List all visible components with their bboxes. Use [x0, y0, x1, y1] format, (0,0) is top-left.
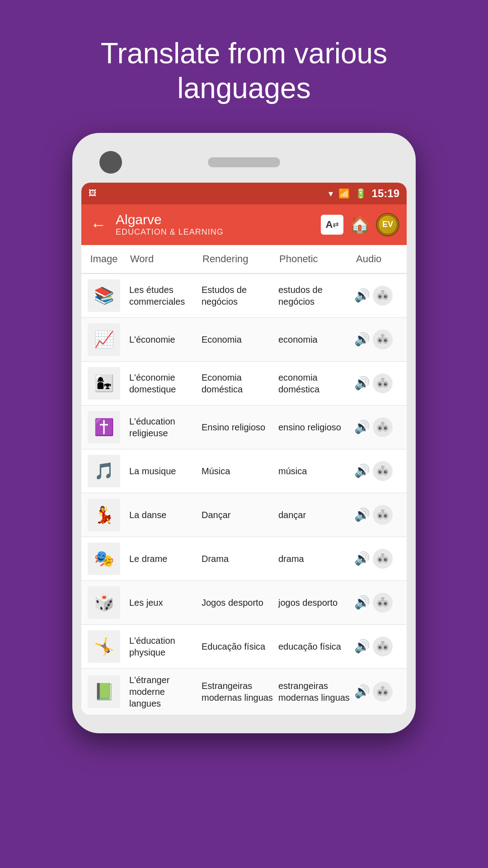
audio-speaker-button[interactable]: 🔊	[354, 420, 370, 434]
home-button[interactable]: 🏠	[348, 213, 371, 236]
owl-button[interactable]	[373, 682, 393, 702]
col-header-audio: Audio	[352, 250, 407, 269]
svg-point-77	[385, 603, 386, 604]
cell-phonetic: economia	[276, 332, 352, 347]
table-row: ✝️ L'éducation religieuse Ensino religio…	[81, 406, 407, 449]
owl-button[interactable]	[373, 373, 393, 393]
svg-point-56	[380, 515, 381, 516]
cell-rendering: Educação física	[199, 639, 276, 654]
cell-phonetic: drama	[276, 551, 352, 566]
svg-point-36	[380, 427, 381, 428]
cell-rendering: Economia doméstica	[199, 370, 276, 397]
table-row: 📗 L'étranger moderne langues Estrangeira…	[81, 669, 407, 715]
owl-icon	[375, 552, 390, 565]
cell-audio: 🔊	[352, 372, 407, 395]
cell-word: Les jeux	[127, 595, 199, 610]
row-image: 🤸	[88, 630, 120, 663]
row-image: 📗	[88, 675, 120, 708]
cell-phonetic: jogos desporto	[276, 595, 352, 610]
cell-word: La musique	[127, 463, 199, 479]
audio-speaker-button[interactable]: 🔊	[354, 507, 370, 522]
cell-audio: 🔊	[352, 328, 407, 351]
ev-label: EV	[382, 220, 393, 229]
cell-image: 💃	[81, 497, 127, 533]
cell-phonetic: estudos de negócios	[276, 282, 352, 309]
owl-button[interactable]	[373, 286, 393, 306]
owl-button[interactable]	[373, 637, 393, 656]
row-image: 🎲	[88, 586, 120, 619]
table-header: Image Word Rendering Phonetic Audio	[81, 245, 407, 274]
owl-button[interactable]	[373, 417, 393, 437]
owl-icon	[375, 640, 390, 653]
row-image: 🎭	[88, 542, 120, 575]
svg-point-6	[380, 296, 381, 297]
cell-phonetic: dançar	[276, 507, 352, 523]
ev-badge[interactable]: EV	[376, 213, 399, 236]
owl-button[interactable]	[373, 593, 393, 613]
audio-speaker-button[interactable]: 🔊	[354, 376, 370, 391]
owl-button[interactable]	[373, 505, 393, 525]
svg-rect-59	[381, 509, 385, 512]
col-header-word: Word	[127, 250, 199, 269]
cell-audio: 🔊	[352, 635, 407, 658]
signal-icon: 📶	[338, 188, 350, 199]
cell-image: 👩‍👧	[81, 365, 127, 401]
cell-image: 📗	[81, 674, 127, 710]
owl-button[interactable]	[373, 549, 393, 569]
table-row: 🎭 Le drame Drama drama 🔊	[81, 537, 407, 581]
svg-point-16	[380, 340, 381, 340]
cell-image: 🎲	[81, 585, 127, 621]
cell-word: L'éducation religieuse	[127, 414, 199, 441]
svg-point-17	[385, 340, 386, 340]
owl-button[interactable]	[373, 461, 393, 481]
audio-speaker-button[interactable]: 🔊	[354, 639, 370, 654]
status-left: 🖼	[89, 189, 97, 198]
cell-rendering: Jogos desporto	[199, 595, 276, 610]
owl-icon	[375, 509, 390, 521]
svg-point-66	[380, 559, 381, 560]
cell-phonetic: economia doméstica	[276, 370, 352, 397]
cell-rendering: Música	[199, 463, 276, 479]
cell-word: Les études commerciales	[127, 282, 199, 309]
cell-image: ✝️	[81, 409, 127, 445]
ev-badge-inner: EV	[378, 215, 398, 235]
phone-notch	[81, 146, 407, 183]
owl-icon	[375, 421, 390, 434]
cell-word: L'économie domestique	[127, 370, 199, 397]
row-image: 📈	[88, 323, 120, 356]
app-bar: ← Algarve EDUCATION & LEARNING A ⇄ 🏠 EV	[81, 204, 407, 245]
cell-rendering: Estudos de negócios	[199, 282, 276, 309]
col-header-rendering: Rendering	[199, 250, 276, 269]
cell-audio: 🔊	[352, 591, 407, 614]
svg-point-96	[380, 692, 381, 693]
cell-rendering: Ensino religioso	[199, 420, 276, 435]
table-row: 📚 Les études commerciales Estudos de neg…	[81, 274, 407, 318]
cell-image: 📈	[81, 321, 127, 358]
status-image-icon: 🖼	[89, 189, 97, 198]
svg-rect-39	[381, 422, 385, 424]
col-header-phonetic: Phonetic	[276, 250, 352, 269]
owl-icon	[375, 333, 390, 346]
phone-camera	[99, 151, 122, 174]
status-time: 15:19	[372, 187, 399, 200]
cell-word: L'économie	[127, 332, 199, 347]
owl-button[interactable]	[373, 330, 393, 349]
audio-speaker-button[interactable]: 🔊	[354, 684, 370, 699]
owl-icon	[375, 377, 390, 390]
cell-audio: 🔊	[352, 680, 407, 703]
wifi-icon: ▾	[328, 188, 333, 199]
phone-frame: 🖼 ▾ 📶 🔋 15:19 ← Algarve EDUCATION & LEAR…	[72, 133, 416, 733]
app-bar-title-group: Algarve EDUCATION & LEARNING	[116, 212, 314, 237]
audio-speaker-button[interactable]: 🔊	[354, 332, 370, 347]
owl-icon	[375, 685, 390, 698]
audio-speaker-button[interactable]: 🔊	[354, 551, 370, 566]
translate-icon[interactable]: A ⇄	[321, 215, 343, 235]
status-bar: 🖼 ▾ 📶 🔋 15:19	[81, 183, 407, 204]
cell-phonetic: música	[276, 463, 352, 479]
audio-speaker-button[interactable]: 🔊	[354, 595, 370, 610]
cell-audio: 🔊	[352, 284, 407, 307]
svg-point-47	[385, 471, 386, 472]
audio-speaker-button[interactable]: 🔊	[354, 288, 370, 303]
back-button[interactable]: ←	[89, 213, 108, 236]
audio-speaker-button[interactable]: 🔊	[354, 463, 370, 478]
